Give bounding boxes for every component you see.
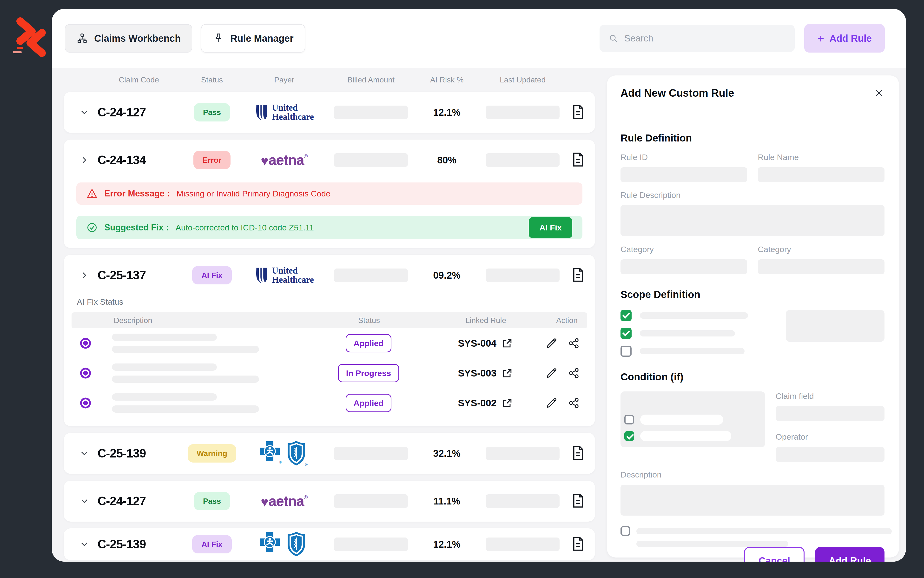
chevron-right-icon[interactable] xyxy=(71,155,97,166)
category-input-1[interactable] xyxy=(620,259,747,274)
document-icon[interactable] xyxy=(571,445,584,461)
checkbox-checked[interactable] xyxy=(620,310,631,321)
edit-pencil-icon[interactable] xyxy=(546,397,557,409)
category-input-2[interactable] xyxy=(758,259,885,274)
last-updated-placeholder xyxy=(486,268,560,282)
search-input[interactable] xyxy=(625,33,786,44)
linked-rule-link[interactable]: SYS-003 xyxy=(458,368,513,379)
claim-code: C-25-139 xyxy=(97,446,181,460)
chevron-down-icon[interactable] xyxy=(71,539,97,550)
suggested-fix-label: Suggested Fix : xyxy=(104,222,169,232)
document-icon[interactable] xyxy=(571,493,584,509)
rule-id-input[interactable] xyxy=(620,167,747,182)
external-link-icon xyxy=(502,338,513,349)
claims-list: Claim Code Status Payer Billed Amount AI… xyxy=(64,68,595,560)
last-updated-placeholder xyxy=(486,153,560,167)
document-icon[interactable] xyxy=(571,267,584,283)
claim-row-card: C-24-127 Pass UnitedHealthcare 12.1% xyxy=(64,92,595,133)
add-rule-submit-button[interactable]: Add Rule xyxy=(815,547,885,562)
claim-row-card-expanded: C-24-134 Error ♥aetna® 80% xyxy=(64,140,595,248)
payer-logo-aetna: ♥aetna® xyxy=(261,153,307,167)
error-message-label: Error Message : xyxy=(104,188,170,199)
checkbox-unchecked[interactable] xyxy=(625,415,634,424)
svg-text:®: ® xyxy=(305,463,307,467)
confirmation-row xyxy=(620,526,885,547)
share-icon[interactable] xyxy=(568,397,579,409)
tab-rule-manager[interactable]: Rule Manager xyxy=(201,24,305,52)
sub-status-badge: Applied xyxy=(346,394,392,412)
claim-code: C-24-127 xyxy=(97,106,181,119)
claim-code: C-25-139 xyxy=(97,537,181,551)
col-last-updated: Last Updated xyxy=(477,75,568,84)
chevron-down-icon[interactable] xyxy=(71,448,97,459)
payer-logo-blue-cross-blue-shield: ® ® xyxy=(259,439,309,468)
claim-code: C-24-127 xyxy=(97,494,181,508)
checkbox-unchecked[interactable] xyxy=(620,526,630,536)
scope-option-placeholder xyxy=(640,348,744,354)
status-badge: Warning xyxy=(188,444,236,463)
check-circle-icon xyxy=(86,222,97,233)
search-icon xyxy=(609,33,618,43)
subcol-action: Action xyxy=(546,316,587,325)
external-link-icon xyxy=(502,398,513,409)
radio-icon[interactable] xyxy=(71,367,100,379)
document-icon[interactable] xyxy=(571,536,584,552)
radio-icon[interactable] xyxy=(71,397,100,409)
linked-rule-id: SYS-002 xyxy=(458,398,497,409)
document-icon[interactable] xyxy=(571,152,584,168)
app-window: Claims Workbench Rule Manager + Add Rule xyxy=(52,9,906,562)
condition-description-input[interactable] xyxy=(620,485,885,516)
claim-row[interactable]: C-24-127 Pass ♥aetna® 11.1% xyxy=(71,481,588,521)
payer-logo-united-healthcare: UnitedHealthcare xyxy=(255,266,314,284)
checkbox-checked[interactable] xyxy=(625,431,634,441)
radio-icon[interactable] xyxy=(71,337,100,349)
claim-row[interactable]: C-25-137 AI Fix UnitedHealthcare 09.2% xyxy=(71,255,588,296)
subcol-description: Description xyxy=(100,316,312,325)
sub-status-badge: In Progress xyxy=(338,364,399,382)
table-header: Claim Code Status Payer Billed Amount AI… xyxy=(64,68,595,92)
document-icon[interactable] xyxy=(571,104,584,120)
claim-row-card: C-25-139 Warning xyxy=(64,433,595,474)
chevron-right-icon[interactable] xyxy=(71,270,97,281)
rule-description-input[interactable] xyxy=(620,205,885,236)
claim-row[interactable]: C-25-139 Warning xyxy=(71,433,588,474)
linked-rule-id: SYS-003 xyxy=(458,368,497,379)
error-message-banner: Error Message : Missing or Invalid Prima… xyxy=(76,182,583,205)
add-rule-top-label: Add Rule xyxy=(829,33,872,44)
claim-code: C-24-134 xyxy=(97,153,181,167)
claim-field-input[interactable] xyxy=(776,406,885,421)
operator-input[interactable] xyxy=(776,447,885,462)
subtable-header: Description Status Linked Rule Action xyxy=(71,312,587,328)
scope-definition-heading: Scope Definition xyxy=(620,289,885,300)
billed-amount-placeholder xyxy=(334,153,408,167)
chevron-down-icon[interactable] xyxy=(71,107,97,118)
condition-option-placeholder xyxy=(640,431,731,441)
claim-row[interactable]: C-24-134 Error ♥aetna® 80% xyxy=(71,140,588,180)
close-icon[interactable] xyxy=(874,88,885,99)
linked-rule-link[interactable]: SYS-002 xyxy=(458,398,513,409)
edit-pencil-icon[interactable] xyxy=(546,338,557,349)
add-rule-button-top[interactable]: + Add Rule xyxy=(804,24,885,52)
rule-name-input[interactable] xyxy=(758,167,885,182)
condition-options-box xyxy=(620,391,765,447)
description-placeholder xyxy=(100,393,312,412)
col-status: Status xyxy=(181,75,243,84)
operator-label: Operator xyxy=(776,432,885,442)
chevron-down-icon[interactable] xyxy=(71,496,97,507)
claim-row[interactable]: C-24-127 Pass UnitedHealthcare 12.1% xyxy=(71,92,588,133)
ai-fix-button[interactable]: AI Fix xyxy=(529,217,572,238)
search-box[interactable] xyxy=(600,25,795,52)
scope-option-row xyxy=(620,310,774,321)
warning-triangle-icon xyxy=(86,188,97,199)
sitemap-icon xyxy=(76,32,88,44)
share-icon[interactable] xyxy=(568,338,579,349)
share-icon[interactable] xyxy=(568,367,579,379)
checkbox-unchecked[interactable] xyxy=(620,346,631,357)
claim-row[interactable]: C-25-139 AI Fix xyxy=(71,528,588,560)
tab-claims-workbench[interactable]: Claims Workbench xyxy=(65,24,192,52)
cancel-button[interactable]: Cancel xyxy=(744,547,804,562)
linked-rule-link[interactable]: SYS-004 xyxy=(458,338,513,349)
checkbox-checked[interactable] xyxy=(620,328,631,339)
error-message-text: Missing or Invalid Primary Diagnosis Cod… xyxy=(176,189,330,198)
edit-pencil-icon[interactable] xyxy=(546,367,557,379)
